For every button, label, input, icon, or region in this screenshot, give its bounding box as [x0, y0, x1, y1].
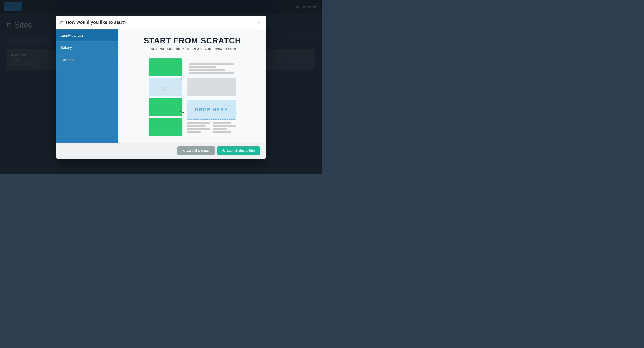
- modal-header-icon: ⊡: [60, 20, 64, 25]
- modal-sidebar: Empty canvas › Bakery › Car rental ›: [56, 29, 118, 143]
- sidebar-item-car-rental-chevron: ›: [112, 58, 114, 62]
- text-line-1: [189, 63, 234, 65]
- sidebar-item-empty-canvas[interactable]: Empty canvas ›: [56, 29, 118, 42]
- illus-right-column: ↷ DROP HERE: [187, 61, 236, 133]
- sidebar-item-car-rental-label: Car rental: [61, 58, 76, 62]
- illus-block-bottom: [149, 118, 182, 136]
- sidebar-item-bakery-chevron: ›: [112, 46, 114, 50]
- main-subheading: USE DRAG AND DROP TO CREATE YOUR OWN DES…: [126, 47, 258, 51]
- illus-placeholder: [187, 78, 236, 96]
- modal-header: ⊡ How would you like to start? ×: [56, 16, 266, 29]
- sidebar-item-car-rental[interactable]: Car rental ›: [56, 54, 118, 66]
- illus-bottom-text: [187, 122, 236, 133]
- launch-label: Launch the builder: [227, 149, 255, 152]
- illus-text-col-right: [212, 122, 236, 133]
- launch-builder-button[interactable]: ⏻ Launch the builder: [217, 146, 260, 155]
- modal-dialog: ⊡ How would you like to start? × Empty c…: [56, 16, 266, 158]
- modal-footer: ✕ Cancel & Close ⏻ Launch the builder: [56, 143, 266, 158]
- modal-body: Empty canvas › Bakery › Car rental › STA…: [56, 29, 266, 143]
- illus-block-middle: [149, 98, 182, 116]
- modal-close-button[interactable]: ×: [256, 19, 262, 26]
- cancel-icon: ✕: [182, 149, 185, 152]
- illus-arrow-icon: ↷: [180, 109, 184, 115]
- modal-overlay: ⊡ How would you like to start? × Empty c…: [0, 0, 322, 174]
- text-line-b2: [187, 125, 206, 127]
- cursor-icon: ☞: [162, 84, 169, 93]
- illus-text-top: [187, 61, 236, 76]
- text-line-b3: [187, 128, 210, 130]
- text-line-c3: [212, 128, 226, 130]
- illus-drop-zone: DROP HERE: [187, 100, 236, 120]
- modal-title-area: ⊡ How would you like to start?: [60, 20, 126, 25]
- modal-main-panel: START FROM SCRATCH USE DRAG AND DROP TO …: [118, 29, 266, 143]
- text-line-b4: [187, 131, 201, 133]
- text-line-c2: [212, 125, 236, 127]
- illus-drop-area: ↷ DROP HERE: [187, 100, 236, 120]
- illustration-area: ☞: [126, 56, 258, 138]
- illus-block-drag: ☞: [149, 78, 182, 96]
- cancel-label: Cancel & Close: [187, 149, 210, 152]
- cancel-button[interactable]: ✕ Cancel & Close: [177, 146, 214, 155]
- drop-here-label: DROP HERE: [195, 107, 228, 113]
- text-line-3: [189, 69, 225, 71]
- sidebar-item-bakery[interactable]: Bakery ›: [56, 42, 118, 54]
- sidebar-item-empty-canvas-chevron: ›: [112, 34, 114, 37]
- text-line-b1: [187, 122, 210, 124]
- illus-block-top: [149, 58, 182, 76]
- illus-text-col-left: [187, 122, 210, 133]
- text-line-2: [189, 66, 216, 68]
- modal-title: How would you like to start?: [66, 20, 126, 25]
- main-heading: START FROM SCRATCH: [126, 36, 258, 46]
- illus-left-column: ☞: [149, 58, 182, 136]
- text-line-c1: [212, 122, 231, 124]
- sidebar-item-empty-canvas-label: Empty canvas: [61, 33, 83, 38]
- text-line-4: [189, 72, 234, 74]
- launch-icon: ⏻: [222, 149, 225, 152]
- text-line-c4: [212, 131, 231, 133]
- sidebar-item-bakery-label: Bakery: [61, 46, 72, 50]
